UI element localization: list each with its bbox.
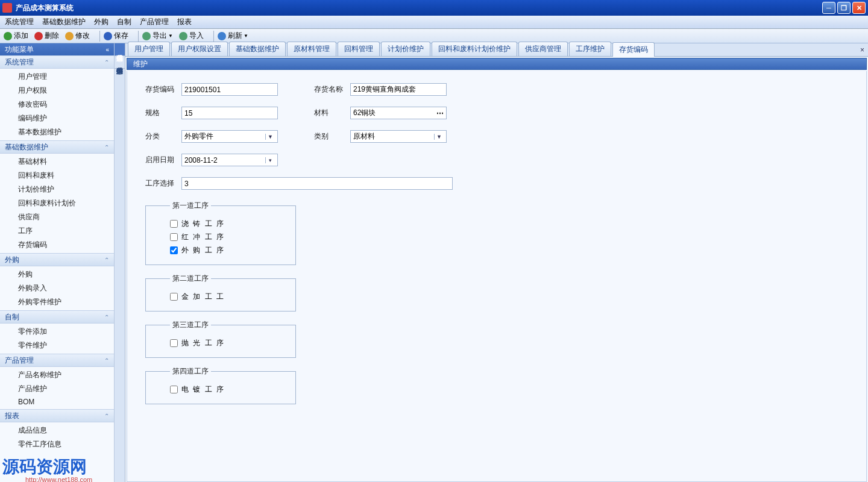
- vtab-maint[interactable]: 存货编码信息维护: [115, 56, 125, 69]
- modify-button[interactable]: 修改: [65, 31, 90, 41]
- delete-button[interactable]: 删除: [34, 31, 59, 41]
- checkbox-row[interactable]: 抛 光 工 序: [170, 338, 271, 348]
- tab[interactable]: 用户管理: [128, 42, 170, 56]
- input-code[interactable]: [181, 83, 278, 96]
- combo-category[interactable]: 外购零件▼: [181, 130, 278, 143]
- group-header[interactable]: 产品管理⌃: [0, 354, 114, 367]
- watermark-text: 源码资源网: [2, 455, 87, 478]
- checkbox-row[interactable]: 浇 铸 工 序: [170, 219, 271, 229]
- panel-header: 维护: [127, 58, 867, 70]
- lookup-material[interactable]: 62铜块⋯: [350, 107, 447, 119]
- label-date: 启用日期: [145, 155, 181, 165]
- sidebar-item[interactable]: 零件维护: [0, 339, 114, 352]
- group-header[interactable]: 外购⌃: [0, 253, 114, 266]
- checkbox[interactable]: [170, 293, 178, 301]
- menu-prod[interactable]: 产品管理: [140, 17, 169, 27]
- checkbox-row[interactable]: 外 购 工 序: [170, 245, 271, 255]
- menu-sys[interactable]: 系统管理: [5, 17, 34, 27]
- sidebar-item[interactable]: BOM: [0, 396, 114, 408]
- sidebar-item[interactable]: 计划价维护: [0, 183, 114, 196]
- vtab-info[interactable]: 存货编码信息: [115, 43, 125, 56]
- tab-strip: 用户管理用户权限设置基础数据维护原材料管理回料管理计划价维护回料和废料计划价维护…: [125, 43, 868, 57]
- checkbox[interactable]: [170, 220, 178, 228]
- checkbox-row[interactable]: 电 镀 工 序: [170, 384, 271, 395]
- sidebar-item[interactable]: 工序: [0, 224, 114, 238]
- export-icon: [142, 32, 151, 40]
- close-button[interactable]: ✕: [852, 2, 866, 14]
- sidebar-item[interactable]: 用户权限: [0, 84, 114, 98]
- sidebar-item[interactable]: 编码维护: [0, 111, 114, 125]
- checkbox[interactable]: [170, 246, 178, 254]
- tab[interactable]: 基础数据维护: [229, 42, 286, 56]
- group-header[interactable]: 自制⌃: [0, 310, 114, 324]
- chevron-down-icon[interactable]: ▼: [434, 134, 444, 140]
- menu-buy[interactable]: 外购: [94, 17, 108, 27]
- checkbox-row[interactable]: 红 冲 工 序: [170, 232, 271, 242]
- input-name[interactable]: [350, 83, 447, 96]
- sidebar-item[interactable]: 零件添加: [0, 325, 114, 339]
- group-header[interactable]: 基础数据维护⌃: [0, 140, 114, 154]
- vertical-tabs: 存货编码信息 存货编码信息维护: [115, 43, 125, 482]
- menu-base[interactable]: 基础数据维护: [42, 17, 86, 27]
- checkbox-row[interactable]: 金 加 工 工: [170, 292, 271, 302]
- sidebar-item[interactable]: 存货编码: [0, 238, 114, 252]
- sidebar-item[interactable]: 用户管理: [0, 70, 114, 84]
- group-header[interactable]: 系统管理⌃: [0, 55, 114, 69]
- tab-close-icon[interactable]: ×: [860, 46, 864, 54]
- sidebar-title: 功能菜单«: [0, 43, 114, 55]
- maximize-button[interactable]: ❐: [837, 2, 851, 14]
- chevron-down-icon[interactable]: ▼: [265, 134, 275, 140]
- checkbox[interactable]: [170, 339, 178, 347]
- tab[interactable]: 供应商管理: [518, 42, 568, 56]
- label-code: 存货编码: [145, 84, 181, 95]
- group-header[interactable]: 报表⌃: [0, 409, 114, 422]
- sidebar-item[interactable]: 外购零件维护: [0, 295, 114, 309]
- add-button[interactable]: 添加: [4, 31, 28, 41]
- chevron-down-icon[interactable]: ▾: [265, 157, 275, 163]
- chevron-up-icon: ⌃: [104, 413, 109, 419]
- process-group: 第一道工序浇 铸 工 序红 冲 工 序外 购 工 序: [145, 201, 296, 265]
- tab[interactable]: 回料管理: [338, 42, 380, 56]
- sidebar-item[interactable]: 产品维护: [0, 382, 114, 396]
- label-spec: 规格: [145, 108, 181, 118]
- input-spec[interactable]: [181, 107, 278, 119]
- sidebar-item[interactable]: 回料和废料计划价: [0, 196, 114, 210]
- tab[interactable]: 计划价维护: [381, 42, 430, 56]
- save-button[interactable]: 保存: [104, 31, 128, 41]
- export-button[interactable]: 导出▼: [142, 31, 173, 41]
- watermark-url: http://www.net188.com: [25, 476, 92, 482]
- process-group: 第四道工序电 镀 工 序: [145, 366, 296, 404]
- sidebar-item[interactable]: 外购: [0, 268, 114, 281]
- sidebar-item[interactable]: 成品信息: [0, 424, 114, 437]
- sidebar-item[interactable]: 供应商: [0, 210, 114, 224]
- input-proc[interactable]: [181, 177, 453, 190]
- ellipsis-icon[interactable]: ⋯: [436, 109, 444, 117]
- combo-type[interactable]: 原材料▼: [350, 130, 447, 143]
- collapse-icon[interactable]: «: [105, 46, 109, 53]
- window-buttons: ─ ❐ ✕: [822, 2, 866, 14]
- sidebar-item[interactable]: 基本数据维护: [0, 125, 114, 139]
- refresh-button[interactable]: 刷新▼: [218, 31, 248, 41]
- import-button[interactable]: 导入: [179, 31, 204, 41]
- tab[interactable]: 工序维护: [569, 42, 611, 56]
- sidebar-item[interactable]: 修改密码: [0, 98, 114, 111]
- tab[interactable]: 回料和废料计划价维护: [432, 42, 517, 56]
- date-picker[interactable]: 2008-11-2▾: [181, 154, 278, 166]
- sidebar-item[interactable]: 零件工序信息: [0, 437, 114, 451]
- checkbox-label: 金 加 工 工: [181, 292, 225, 302]
- sidebar-item[interactable]: 回料和废料: [0, 169, 114, 183]
- minimize-button[interactable]: ─: [822, 2, 835, 14]
- modify-icon: [65, 32, 74, 40]
- tab[interactable]: 存货编码: [612, 42, 655, 57]
- checkbox[interactable]: [170, 386, 178, 393]
- checkbox[interactable]: [170, 233, 178, 241]
- delete-icon: [34, 32, 43, 40]
- menu-make[interactable]: 自制: [117, 17, 131, 27]
- window-title: 产品成本测算系统: [16, 3, 74, 13]
- sidebar-item[interactable]: 外购录入: [0, 281, 114, 295]
- sidebar-item[interactable]: 基础材料: [0, 155, 114, 169]
- menu-report[interactable]: 报表: [177, 17, 192, 27]
- tab[interactable]: 用户权限设置: [171, 42, 228, 56]
- tab[interactable]: 原材料管理: [287, 42, 336, 56]
- sidebar-item[interactable]: 产品名称维护: [0, 368, 114, 382]
